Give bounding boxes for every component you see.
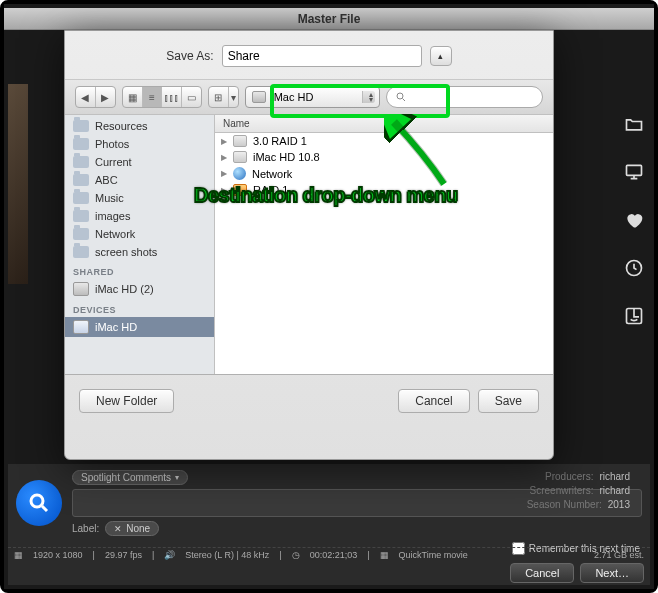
status-tc: 00:02:21;03	[310, 550, 358, 560]
list-item[interactable]: ▶RAID 1	[215, 182, 553, 198]
hd-icon	[233, 135, 247, 147]
new-folder-button[interactable]: New Folder	[79, 389, 174, 413]
sidebar-item-label: Resources	[95, 120, 148, 132]
sidebar-item[interactable]: screen shots	[65, 243, 214, 261]
status-fps: 29.97 fps	[105, 550, 142, 560]
list-view-icon[interactable]: ≡	[143, 87, 163, 107]
dialog-cancel-button[interactable]: Cancel	[398, 389, 469, 413]
producers-value: richard	[599, 471, 630, 482]
background-photo	[8, 84, 28, 284]
disclosure-triangle-icon[interactable]: ▶	[221, 186, 227, 195]
list-item[interactable]: ▶3.0 RAID 1	[215, 133, 553, 149]
sidebar-item-label: images	[95, 210, 130, 222]
sidebar-item[interactable]: ABC	[65, 171, 214, 189]
svg-point-4	[397, 93, 403, 99]
dialog-save-button[interactable]: Save	[478, 389, 539, 413]
sidebar-item-label: Current	[95, 156, 132, 168]
file-name: Network	[252, 168, 292, 180]
chevron-down-icon: ▾	[229, 87, 239, 107]
disclosure-triangle-icon[interactable]: ▶	[221, 137, 227, 146]
sidebar-item-label: Network	[95, 228, 135, 240]
save-as-label: Save As:	[166, 49, 213, 63]
file-list[interactable]: Name ▶3.0 RAID 1 ▶iMac HD 10.8 ▶Network …	[215, 115, 553, 374]
list-item[interactable]: ▶iMac HD 10.8	[215, 149, 553, 165]
disclosure-triangle-icon[interactable]: ▶	[221, 169, 227, 178]
destination-label: iMac HD	[271, 91, 313, 103]
column-header-name[interactable]: Name	[215, 115, 553, 133]
folder-icon	[73, 174, 89, 186]
heart-icon[interactable]	[624, 210, 644, 230]
status-bar: ▦1920 x 1080 |29.97 fps |🔊Stereo (L R) |…	[8, 547, 650, 561]
producers-label: Producers:	[545, 471, 593, 482]
network-icon	[233, 167, 246, 180]
sidebar-item[interactable]: Network	[65, 225, 214, 243]
screenwriters-value: richard	[599, 485, 630, 496]
arrange-dropdown[interactable]: ⊞ ▾	[208, 86, 239, 108]
chevron-down-icon: ▾	[175, 473, 179, 482]
sidebar-item-label: Photos	[95, 138, 129, 150]
folder-icon[interactable]	[624, 114, 644, 134]
expand-toggle-button[interactable]: ▴	[430, 46, 452, 66]
season-value: 2013	[608, 499, 630, 510]
sidebar-devices-header: DEVICES	[65, 299, 214, 317]
back-icon[interactable]: ◀	[76, 87, 96, 107]
status-container: QuickTime movie	[399, 550, 468, 560]
label-none-pill[interactable]: ✕None	[105, 521, 159, 536]
sidebar-item[interactable]: Music	[65, 189, 214, 207]
file-name: iMac HD 10.8	[253, 151, 320, 163]
status-res: 1920 x 1080	[33, 550, 83, 560]
nav-back-forward[interactable]: ◀ ▶	[75, 86, 116, 108]
folder-icon	[73, 138, 89, 150]
next-button[interactable]: Next…	[580, 563, 644, 583]
film-icon: ▦	[14, 550, 23, 560]
sidebar[interactable]: Resources Photos Current ABC Music image…	[65, 115, 215, 374]
sidebar-item[interactable]: Photos	[65, 135, 214, 153]
file-browser: Resources Photos Current ABC Music image…	[65, 115, 553, 375]
view-mode-segmented[interactable]: ▦ ≡ ⫿⫿⫿ ▭	[122, 86, 202, 108]
sidebar-item[interactable]: Resources	[65, 117, 214, 135]
finder-icon[interactable]	[624, 306, 644, 326]
svg-rect-0	[627, 165, 642, 175]
coverflow-view-icon[interactable]: ▭	[182, 87, 201, 107]
speaker-icon: 🔊	[164, 550, 175, 560]
spotlight-comments-dropdown[interactable]: Spotlight Comments▾	[72, 470, 188, 485]
column-view-icon[interactable]: ⫿⫿⫿	[162, 87, 182, 107]
reel-icon: ▦	[380, 550, 389, 560]
sidebar-item-selected[interactable]: iMac HD	[65, 317, 214, 337]
folder-icon	[73, 156, 89, 168]
hd-icon	[252, 91, 266, 103]
disclosure-triangle-icon[interactable]: ▶	[221, 153, 227, 162]
save-dialog: Save As: ▴ ◀ ▶ ▦ ≡ ⫿⫿⫿ ▭ ⊞ ▾ iMac HD ▴	[64, 30, 554, 460]
hd-icon	[233, 184, 247, 196]
clock-icon[interactable]	[624, 258, 644, 278]
spotlight-label: Spotlight Comments	[81, 472, 171, 483]
search-icon	[395, 91, 407, 103]
sidebar-item[interactable]: images	[65, 207, 214, 225]
icon-view-icon[interactable]: ▦	[123, 87, 143, 107]
destination-dropdown[interactable]: iMac HD ▴▾	[245, 86, 380, 108]
svg-point-3	[31, 495, 43, 507]
sidebar-shared-header: SHARED	[65, 261, 214, 279]
sidebar-item-label: ABC	[95, 174, 118, 186]
x-icon: ✕	[114, 524, 122, 534]
folder-icon	[73, 228, 89, 240]
search-field[interactable]	[386, 86, 543, 108]
grid-icon: ⊞	[209, 87, 229, 107]
cancel-button[interactable]: Cancel	[510, 563, 574, 583]
up-down-arrows-icon: ▴▾	[369, 92, 373, 102]
window-title: Master File	[4, 8, 654, 30]
clock-small-icon: ◷	[292, 550, 300, 560]
screenwriters-label: Screenwriters:	[530, 485, 594, 496]
sidebar-item-label: iMac HD (2)	[95, 283, 154, 295]
save-as-input[interactable]	[222, 45, 422, 67]
forward-icon[interactable]: ▶	[96, 87, 115, 107]
file-name: 3.0 RAID 1	[253, 135, 307, 147]
sidebar-item[interactable]: iMac HD (2)	[65, 279, 214, 299]
magnifier-icon	[27, 491, 51, 515]
metadata-grid: Producers:richard Screenwriters:richard …	[527, 470, 630, 512]
search-input[interactable]	[411, 91, 534, 103]
right-rail	[620, 114, 648, 326]
sidebar-item[interactable]: Current	[65, 153, 214, 171]
monitor-icon[interactable]	[624, 162, 644, 182]
list-item[interactable]: ▶Network	[215, 165, 553, 182]
